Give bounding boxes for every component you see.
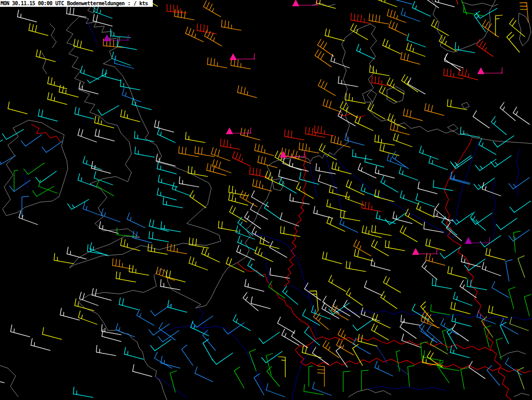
surface-observations-map <box>0 0 532 400</box>
title-bar: MON 30.11.15 00:00 UTCBodenwettermeldung… <box>0 0 153 7</box>
map-timestamp: MON 30.11.15 00:00 UTC <box>1 1 64 6</box>
map-layer-label: Bodenwettermeldungen : <box>67 1 130 6</box>
map-units-label: / kts <box>134 1 148 6</box>
weather-map-screen: MON 30.11.15 00:00 UTCBodenwettermeldung… <box>0 0 532 400</box>
